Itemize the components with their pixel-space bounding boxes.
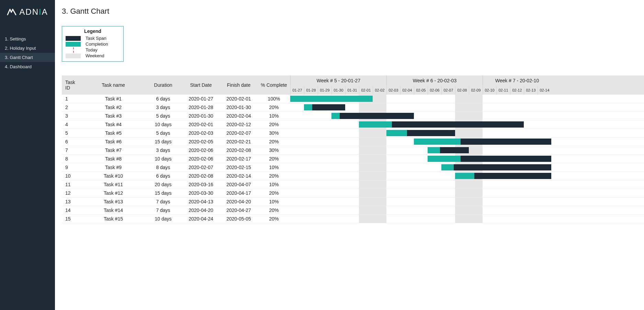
table-row[interactable]: 3Task #35 days2020-01-302020-02-0410% — [62, 112, 290, 120]
task-completion-bar[interactable] — [359, 121, 392, 128]
nav-item-0[interactable]: 1. Settings — [0, 34, 55, 44]
cell-col-pct: 20% — [258, 139, 290, 144]
gantt-row — [290, 155, 644, 163]
week-header: Week # 7 - 20-02-10 — [483, 75, 551, 86]
nav-item-1[interactable]: 2. Holiday Input — [0, 44, 55, 53]
cell-col-end: 2020-04-07 — [220, 182, 258, 187]
cell-col-id: 10 — [62, 173, 82, 179]
cell-col-start: 2020-03-30 — [182, 190, 220, 196]
table-row[interactable]: 10Task #106 days2020-02-082020-02-1420% — [62, 172, 290, 180]
table-row[interactable]: 4Task #410 days2020-02-012020-02-1220% — [62, 120, 290, 129]
weekend-column — [359, 138, 373, 146]
table-row[interactable]: 13Task #137 days2020-04-132020-04-2010% — [62, 198, 290, 206]
table-row[interactable]: 11Task #1120 days2020-03-162020-04-0710% — [62, 180, 290, 189]
table-row[interactable]: 14Task #147 days2020-04-202020-04-2720% — [62, 206, 290, 215]
cell-col-pct: 20% — [258, 216, 290, 222]
legend-title: Legend — [62, 28, 123, 34]
day-header: 02-10 — [483, 86, 496, 95]
sidebar-nav: 1. Settings2. Holiday Input3. Gantt Char… — [0, 34, 55, 71]
weekend-column — [359, 189, 373, 197]
weekend-column — [469, 180, 483, 189]
day-header: 02-07 — [441, 86, 455, 95]
cell-col-id: 12 — [62, 190, 82, 196]
cell-col-name: Task #12 — [82, 190, 144, 196]
task-completion-bar[interactable] — [304, 104, 312, 110]
task-completion-bar[interactable] — [290, 96, 373, 102]
cell-col-pct: 10% — [258, 165, 290, 170]
weekend-column — [359, 146, 373, 154]
nav-item-2[interactable]: 3. Gantt Chart — [0, 53, 55, 62]
col-duration: Duration — [144, 82, 182, 88]
table-row[interactable]: 15Task #1510 days2020-04-242020-05-0520% — [62, 215, 290, 223]
cell-col-id: 6 — [62, 139, 82, 144]
cell-col-pct: 20% — [258, 122, 290, 127]
task-completion-bar[interactable] — [441, 164, 454, 170]
task-completion-bar[interactable] — [331, 113, 340, 119]
cell-col-dur: 15 days — [144, 190, 182, 196]
day-header: 02-04 — [400, 86, 414, 95]
cell-col-dur: 5 days — [144, 113, 182, 119]
day-header: 02-13 — [524, 86, 538, 95]
task-span-bar[interactable] — [331, 113, 414, 119]
legend-swatch-comp — [66, 42, 81, 47]
task-completion-bar[interactable] — [428, 147, 440, 153]
cell-col-pct: 20% — [258, 105, 290, 110]
weekend-column — [373, 103, 386, 111]
weekend-column — [469, 198, 483, 206]
task-span-bar[interactable] — [441, 164, 551, 170]
col-task-name: Task name — [82, 82, 144, 88]
legend-swatch-weekend — [66, 53, 81, 58]
weekend-column — [373, 189, 386, 197]
task-completion-bar[interactable] — [455, 173, 474, 179]
table-row[interactable]: 8Task #810 days2020-02-062020-02-1720% — [62, 155, 290, 163]
cell-col-name: Task #11 — [82, 182, 144, 187]
cell-col-start: 2020-02-05 — [182, 139, 220, 144]
task-completion-bar[interactable] — [414, 139, 461, 145]
nav-item-3[interactable]: 4. Dashboard — [0, 62, 55, 71]
day-header: 02-08 — [455, 86, 469, 95]
weekend-column — [359, 206, 373, 214]
cell-col-pct: 100% — [258, 96, 290, 102]
table-row[interactable]: 2Task #23 days2020-01-282020-01-3020% — [62, 103, 290, 112]
table-row[interactable]: 7Task #73 days2020-02-062020-02-0830% — [62, 146, 290, 155]
col-task-id: Task ID — [62, 80, 82, 91]
cell-col-end: 2020-02-01 — [220, 96, 258, 102]
gantt-week-row: Week # 5 - 20-01-27Week # 6 - 20-02-03We… — [290, 75, 644, 86]
cell-col-dur: 3 days — [144, 147, 182, 153]
table-row[interactable]: 12Task #1215 days2020-03-302020-04-1720% — [62, 189, 290, 198]
gantt-day-row: 01-2701-2801-2901-3001-3102-0102-0202-03… — [290, 86, 644, 95]
table-row[interactable]: 5Task #55 days2020-02-032020-02-0730% — [62, 129, 290, 138]
week-header: Week # 5 - 20-01-27 — [290, 75, 386, 86]
cell-col-end: 2020-02-17 — [220, 156, 258, 162]
cell-col-pct: 10% — [258, 182, 290, 187]
gantt-content: Task ID Task name Duration Start Date Fi… — [62, 75, 644, 223]
cell-col-id: 8 — [62, 156, 82, 162]
table-row[interactable]: 9Task #98 days2020-02-072020-02-1510% — [62, 163, 290, 172]
day-header: 02-11 — [496, 86, 510, 95]
weekend-column — [359, 103, 373, 111]
cell-col-end: 2020-02-12 — [220, 122, 258, 127]
col-finish-date: Finish date — [220, 82, 258, 88]
weekend-column — [455, 215, 469, 223]
week-header: Week # 6 - 20-02-03 — [386, 75, 483, 86]
weekend-column — [455, 112, 469, 120]
gantt-body — [290, 95, 644, 223]
task-completion-bar[interactable] — [428, 156, 461, 162]
cell-col-dur: 3 days — [144, 105, 182, 110]
day-header: 02-02 — [373, 86, 386, 95]
cell-col-name: Task #6 — [82, 139, 144, 144]
cell-col-start: 2020-02-06 — [182, 156, 220, 162]
cell-col-start: 2020-02-03 — [182, 130, 220, 136]
weekend-column — [359, 180, 373, 189]
task-completion-bar[interactable] — [386, 130, 407, 136]
cell-col-id: 3 — [62, 113, 82, 119]
page-title: 3. Gantt Chart — [62, 7, 644, 16]
cell-col-name: Task #5 — [82, 130, 144, 136]
cell-col-pct: 10% — [258, 199, 290, 204]
weekend-column — [469, 103, 483, 111]
weekend-column — [373, 138, 386, 146]
table-row[interactable]: 1Task #16 days2020-01-272020-02-01100% — [62, 95, 290, 103]
gantt-row — [290, 198, 644, 206]
table-row[interactable]: 6Task #615 days2020-02-052020-02-2120% — [62, 138, 290, 146]
weekend-column — [469, 215, 483, 223]
